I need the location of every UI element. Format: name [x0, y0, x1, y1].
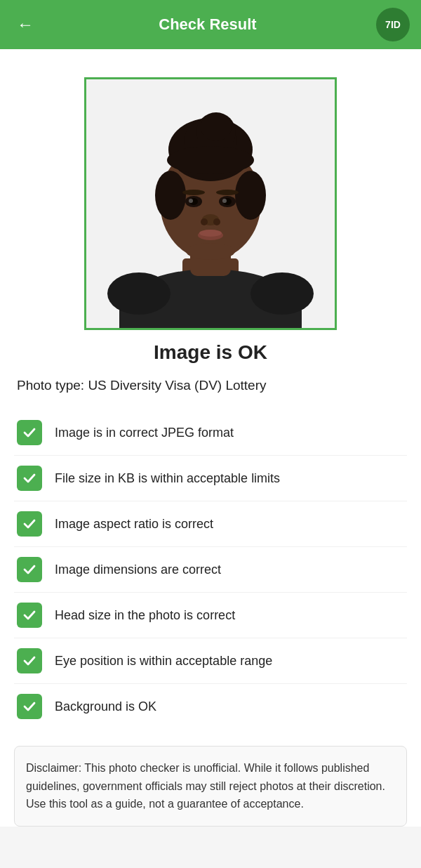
svg-point-28 — [186, 243, 235, 260]
check-item-aspect: Image aspect ratio is correct — [14, 501, 407, 547]
svg-point-4 — [107, 272, 171, 315]
check-icon-aspect — [17, 511, 42, 537]
svg-point-24 — [201, 218, 208, 225]
check-text-dimensions: Image dimensions are correct — [55, 563, 221, 577]
photo-type-label: Photo type: US Diversity Visa (DV) Lotte… — [14, 378, 407, 393]
svg-point-14 — [167, 146, 254, 174]
check-text-background: Background is OK — [55, 699, 156, 714]
check-list: Image is in correct JPEG format File siz… — [14, 410, 407, 729]
passport-photo — [86, 79, 335, 328]
svg-point-22 — [222, 199, 227, 203]
check-item-filesize: File size in KB is within acceptable lim… — [14, 456, 407, 501]
photo-frame — [84, 77, 337, 330]
status-title: Image is OK — [14, 341, 407, 364]
check-text-jpeg: Image is in correct JPEG format — [55, 426, 234, 440]
check-icon-background — [17, 694, 42, 719]
app-logo: 7ID — [376, 8, 410, 41]
check-item-jpeg: Image is in correct JPEG format — [14, 410, 407, 456]
check-item-headsize: Head size in the photo is correct — [14, 593, 407, 638]
svg-point-15 — [182, 190, 205, 195]
check-text-filesize: File size in KB is within acceptable lim… — [55, 471, 280, 486]
check-item-background: Background is OK — [14, 684, 407, 729]
svg-point-12 — [155, 171, 186, 220]
app-header: ← Check Result 7ID — [0, 0, 421, 49]
svg-point-13 — [235, 171, 266, 220]
main-content: Image is OK Photo type: US Diversity Vis… — [0, 49, 421, 827]
check-text-headsize: Head size in the photo is correct — [55, 608, 235, 623]
check-icon-eyepos — [17, 648, 42, 673]
check-item-eyepos: Eye position is within acceptable range — [14, 638, 407, 684]
check-icon-headsize — [17, 603, 42, 628]
check-item-dimensions: Image dimensions are correct — [14, 547, 407, 593]
back-button[interactable]: ← — [11, 9, 39, 40]
check-icon-filesize — [17, 466, 42, 491]
photo-container — [14, 77, 407, 330]
svg-point-16 — [216, 190, 239, 195]
check-text-eyepos: Eye position is within acceptable range — [55, 654, 272, 669]
disclaimer-box: Disclaimer: This photo checker is unoffi… — [14, 746, 407, 827]
logo-text: 7ID — [385, 19, 401, 30]
svg-point-25 — [213, 218, 220, 225]
page-title: Check Result — [39, 15, 376, 34]
svg-point-27 — [199, 230, 222, 237]
disclaimer-text: Disclaimer: This photo checker is unoffi… — [26, 762, 385, 810]
svg-point-5 — [250, 272, 314, 315]
svg-point-21 — [189, 199, 193, 203]
check-icon-jpeg — [17, 420, 42, 445]
svg-point-11 — [201, 113, 232, 141]
check-text-aspect: Image aspect ratio is correct — [55, 517, 213, 532]
check-icon-dimensions — [17, 557, 42, 582]
